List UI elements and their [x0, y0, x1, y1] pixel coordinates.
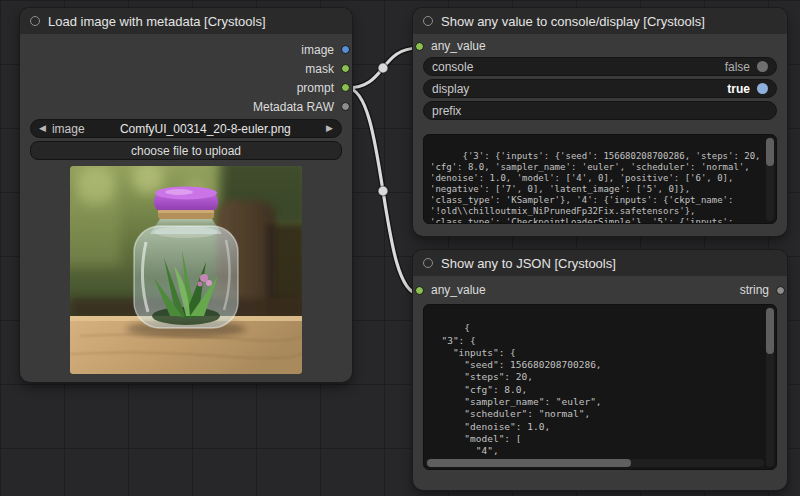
node-show-any-value-console[interactable]: Show any value to console/display [Cryst… — [413, 8, 787, 236]
output-dot-mask[interactable] — [341, 64, 350, 73]
json-output-text: { "3": { "inputs": { "seed": 15668020870… — [430, 322, 602, 468]
console-toggle-widget[interactable]: console false — [423, 57, 777, 76]
output-slot-label: mask — [305, 62, 334, 76]
output-dot-image[interactable] — [341, 45, 350, 54]
toggle-on-icon[interactable] — [757, 83, 768, 94]
collapse-dot[interactable] — [423, 16, 433, 26]
widget-value: false — [725, 60, 750, 74]
input-dot-any-value[interactable] — [415, 286, 424, 295]
node-header[interactable]: Show any to JSON [Crystools] — [413, 250, 787, 276]
combo-label: image — [52, 122, 85, 136]
output-dot-metadata-raw[interactable] — [341, 102, 350, 111]
scrollbar-thumb[interactable] — [766, 138, 774, 166]
output-slot-mask: mask — [20, 59, 352, 78]
widget-label: display — [432, 82, 727, 96]
node-header[interactable]: Show any value to console/display [Cryst… — [413, 8, 787, 34]
input-dot-any-value[interactable] — [415, 42, 424, 51]
output-slot-image: image — [20, 40, 352, 59]
console-output-textarea[interactable]: {'3': {'inputs': {'seed': 15668020870028… — [423, 134, 777, 224]
toggle-off-icon[interactable] — [757, 61, 768, 72]
combo-next-icon[interactable]: ▶ — [326, 124, 333, 133]
collapse-dot[interactable] — [423, 258, 433, 268]
json-output-textarea[interactable]: { "3": { "inputs": { "seed": 15668020870… — [423, 304, 777, 470]
node-title: Show any to JSON [Crystools] — [441, 256, 616, 271]
output-slot-metadata-raw: Metadata RAW — [20, 97, 352, 116]
output-dot-string[interactable] — [776, 286, 785, 295]
node-load-image-with-metadata[interactable]: Load image with metadata [Crystools] ima… — [20, 8, 352, 382]
link-midpoint-dot[interactable] — [378, 186, 388, 196]
node-header[interactable]: Load image with metadata [Crystools] — [20, 8, 352, 34]
image-preview — [70, 166, 302, 374]
output-slot-label: image — [301, 43, 334, 57]
image-combo-widget[interactable]: ◀ image ComfyUI_00314_20-8-euler.png ▶ — [30, 119, 342, 138]
node-title: Show any value to console/display [Cryst… — [441, 14, 705, 29]
input-slot-label: any_value — [431, 39, 486, 53]
output-slot-label: Metadata RAW — [253, 100, 334, 114]
collapse-dot[interactable] — [30, 16, 40, 26]
console-output-text: {'3': {'inputs': {'seed': 15668020870028… — [430, 151, 761, 224]
widget-value: true — [727, 82, 750, 96]
output-dot-prompt[interactable] — [341, 83, 350, 92]
output-slot-label: string — [740, 283, 769, 297]
widget-label: console — [432, 60, 725, 74]
jar-photo-illustration — [70, 166, 302, 374]
combo-prev-icon[interactable]: ◀ — [39, 124, 46, 133]
choose-file-button[interactable]: choose file to upload — [30, 141, 342, 160]
output-slot-prompt: prompt — [20, 78, 352, 97]
node-show-any-to-json[interactable]: Show any to JSON [Crystools] any_value s… — [413, 250, 787, 490]
input-slot-label: any_value — [431, 283, 486, 297]
scrollbar-thumb[interactable] — [766, 308, 774, 354]
display-toggle-widget[interactable]: display true — [423, 79, 777, 98]
node-graph-canvas[interactable]: Load image with metadata [Crystools] ima… — [0, 0, 800, 496]
link-midpoint-dot[interactable] — [378, 63, 388, 73]
output-slot-label: prompt — [297, 81, 334, 95]
scrollbar-thumb-horizontal[interactable] — [427, 459, 631, 467]
node-title: Load image with metadata [Crystools] — [48, 14, 266, 29]
prefix-input-widget[interactable]: prefix — [423, 101, 777, 120]
combo-value[interactable]: ComfyUI_00314_20-8-euler.png — [85, 122, 326, 136]
widget-label: prefix — [432, 104, 461, 118]
